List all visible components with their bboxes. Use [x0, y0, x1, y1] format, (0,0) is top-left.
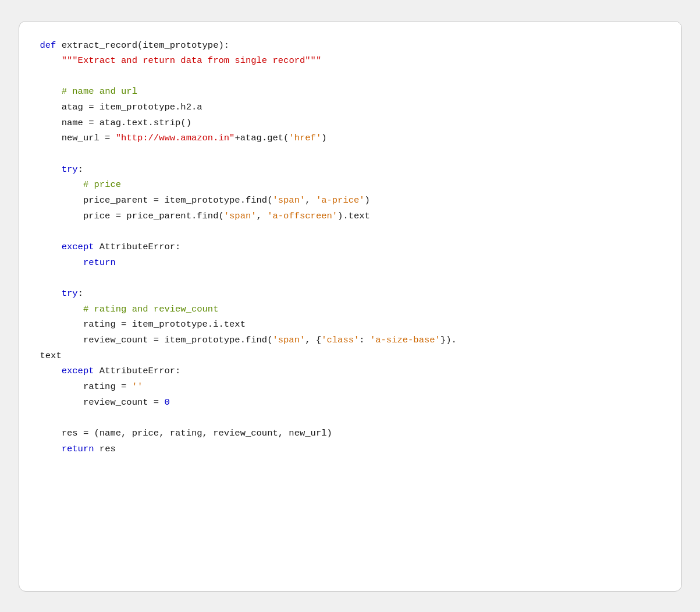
string-class-key: 'class': [321, 335, 359, 345]
code-block: def extract_record(item_prototype): """E…: [19, 21, 682, 592]
string-span-2: 'span': [224, 211, 257, 221]
string-empty: '': [132, 381, 143, 392]
code-text: price_parent = item_prototype.find(: [40, 195, 273, 206]
string-span-3: 'span': [272, 335, 305, 345]
comment-name-url: # name and url: [62, 86, 137, 97]
string-a-price: 'a-price': [316, 195, 365, 206]
comment-price: # price: [83, 179, 121, 190]
comment-rating: # rating and review_count: [83, 304, 219, 314]
code-text: rating = item_prototype.i.text review_co…: [40, 319, 273, 345]
number-zero: 0: [164, 397, 169, 408]
return-keyword-1: return: [83, 257, 116, 268]
try-keyword-1: try: [62, 164, 78, 175]
string-span-1: 'span': [272, 195, 305, 206]
code-text: :: [359, 335, 370, 345]
except-keyword-2: except: [62, 366, 94, 376]
try-keyword-2: try: [62, 288, 78, 299]
code-text: +atag.get(: [234, 133, 289, 143]
code-text: review_count =: [40, 397, 165, 408]
return-keyword-2: return: [62, 444, 94, 454]
code-text: ,: [257, 211, 268, 221]
string-href: 'href': [289, 133, 321, 143]
code-text: [40, 288, 62, 299]
def-keyword: def: [40, 40, 56, 51]
string-a-size-base: 'a-size-base': [370, 335, 440, 345]
except-keyword-1: except: [62, 242, 94, 252]
code-text: ,: [305, 195, 316, 206]
code-text: res: [94, 444, 116, 454]
code-text: , {: [305, 335, 321, 345]
string-a-offscreen: 'a-offscreen': [267, 211, 337, 221]
code-text: [40, 86, 62, 97]
docstring: """Extract and return data from single r…: [62, 55, 321, 66]
string-amazon-url: "http://www.amazon.in": [116, 133, 235, 143]
